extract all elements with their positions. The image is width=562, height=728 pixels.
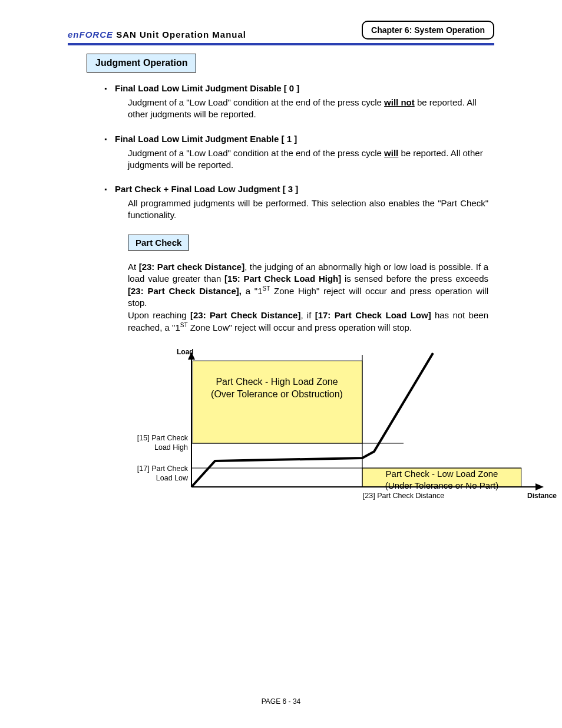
y-axis-label: Load <box>177 348 194 356</box>
bullet-body-1: Judgment of a "Low Load" condition at th… <box>128 147 488 172</box>
y-tick-1-line2: Load Low <box>156 474 188 482</box>
x-tick-0: [23] Part Check Distance <box>351 492 457 500</box>
brand-logo: enFORCE <box>68 29 113 39</box>
sub-section-title-box: Part Check <box>128 235 189 251</box>
chapter-box: Chapter 6: System Operation <box>362 21 494 39</box>
manual-title-text: SAN Unit Operation Manual <box>113 29 246 39</box>
section-title-box: Judgment Operation <box>87 54 196 73</box>
y-tick-0-line2: Load High <box>154 443 188 452</box>
manual-title: enFORCE SAN Unit Operation Manual <box>68 29 246 39</box>
bullet-body-0: Judgment of a "Low Load" condition at th… <box>128 97 488 121</box>
svg-rect-0 <box>193 361 362 443</box>
zone-low-title: Part Check - Low Load Zone <box>386 469 498 479</box>
x-axis-label: Distance <box>527 492 557 500</box>
zone-high-title: Part Check - High Load Zone <box>216 377 338 387</box>
bullet-title-1: Final Load Low Limit Judgment Enable [ 1… <box>115 134 488 144</box>
zone-high-sub: (Over Tolerance or Obstruction) <box>211 389 343 399</box>
bullet-body-2: All programmed judgments will be perform… <box>128 197 488 222</box>
part-check-diagram: Load Distance [15] Part Check Load High … <box>115 350 551 509</box>
svg-marker-5 <box>535 483 544 490</box>
y-tick-1-line1: [17] Part Check <box>137 465 188 473</box>
bullet-title-0: Final Load Low Limit Judgment Disable [ … <box>115 83 488 93</box>
y-tick-0-line1: [15] Part Check <box>137 434 188 442</box>
zone-low-sub: (Under Tolerance or No Part) <box>385 480 498 490</box>
header-rule <box>68 43 494 45</box>
bullet-title-2: Part Check + Final Load Low Judgment [ 3… <box>115 184 488 194</box>
page-number: PAGE 6 - 34 <box>0 697 562 706</box>
part-check-description: At [23: Part check Distance], the judgin… <box>128 261 488 334</box>
